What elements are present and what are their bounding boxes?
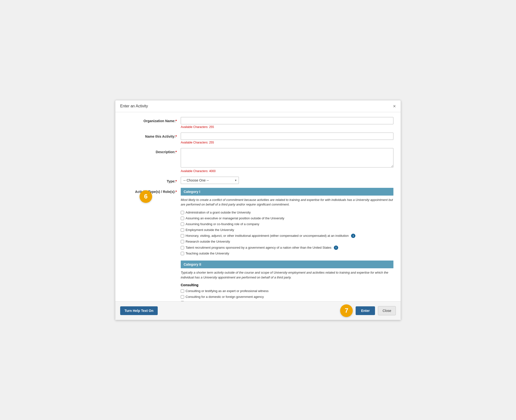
activity-section: 6 Category I Most likely to create a con… [181,188,393,301]
enter-activity-dialog: Enter an Activity × Organization Name:* … [115,100,401,320]
type-wrap: -- Choose One -- ▾ [181,177,393,184]
checkbox-c1-7[interactable] [181,246,184,249]
checkbox-c1-1[interactable] [181,211,184,214]
description-row: Description:* Available Characters: 4000 [123,148,393,175]
close-button[interactable]: Close [378,306,396,315]
activity-name-chars: Available Characters: 255 [181,141,393,144]
footer-right: 7 Enter Close [340,304,396,317]
checkbox-c1-5[interactable] [181,234,184,238]
checkbox-label: Administration of a grant outside the Un… [186,210,251,215]
description-input[interactable] [181,148,393,167]
list-item: Assuming founding or co-founding role of… [181,222,393,226]
info-icon-c1-7[interactable]: i [334,246,338,250]
type-label: Type:* [123,177,181,183]
checkbox-c2-1[interactable] [181,289,184,293]
type-select[interactable]: -- Choose One -- [181,177,239,184]
enter-button[interactable]: Enter [356,306,375,315]
activity-roles-label: Activity Type(s) / Role(s):* [123,188,181,194]
category-ii-header: Category II [181,261,393,268]
checkbox-c1-3[interactable] [181,222,184,226]
type-select-wrapper: -- Choose One -- ▾ [181,177,239,184]
checkbox-label: Employment outside the University [186,228,234,232]
category-i-items: Administration of a grant outside the Un… [181,210,393,256]
dialog-header: Enter an Activity × [115,100,401,112]
dialog-footer: Turn Help Text On 7 Enter Close [115,301,401,320]
step-7-badge: 7 [340,304,353,317]
org-name-label: Organization Name:* [123,117,181,123]
description-chars: Available Characters: 4000 [181,169,393,173]
checkbox-label: Teaching outside the University [186,251,229,256]
activity-name-row: Name this Activity:* Available Character… [123,133,393,147]
activity-roles-row: Activity Type(s) / Role(s):* 6 Category … [123,188,393,301]
checkbox-label: Honorary, visiting, adjunct, or other in… [186,234,349,238]
category-i-block: Category I Most likely to create a confl… [181,188,393,256]
checkbox-c2-2[interactable] [181,295,184,299]
activity-name-wrap: Available Characters: 255 [181,133,393,147]
list-item: Teaching outside the University [181,251,393,256]
checkbox-label: Consulting for a domestic or foreign gov… [186,295,264,299]
dialog-body: Organization Name:* Available Characters… [115,112,401,301]
checkbox-label: Consulting or testifying as an expert or… [186,289,269,293]
consulting-items: Consulting or testifying as an expert or… [181,289,393,301]
consulting-section-label: Consulting [181,283,393,287]
list-item: Talent recruitment programs sponsored by… [181,246,393,250]
category-i-desc: Most likely to create a conflict of comm… [181,198,393,207]
info-icon-c1-5[interactable]: i [351,234,355,238]
org-name-wrap: Available Characters: 255 [181,117,393,131]
list-item: Employment outside the University [181,228,393,232]
list-item: Consulting or testifying as an expert or… [181,289,393,293]
org-name-chars: Available Characters: 255 [181,125,393,129]
category-ii-block: Category II Typically a shorter term act… [181,261,393,301]
description-label: Description:* [123,148,181,154]
checkbox-label: Consulting for for-profit entity [186,301,226,301]
list-item: Administration of a grant outside the Un… [181,210,393,215]
category-i-header: Category I [181,188,393,196]
checkbox-c1-8[interactable] [181,252,184,255]
org-name-row: Organization Name:* Available Characters… [123,117,393,131]
checkbox-label: Research outside the University [186,239,230,244]
description-wrap: Available Characters: 4000 [181,148,393,175]
checkbox-c1-4[interactable] [181,228,184,232]
dialog-close-button[interactable]: × [393,104,396,109]
dialog-title: Enter an Activity [120,104,148,108]
org-name-input[interactable] [181,117,393,124]
checkbox-c1-6[interactable] [181,240,184,243]
list-item: Honorary, visiting, adjunct, or other in… [181,234,393,238]
activity-name-label: Name this Activity:* [123,133,181,138]
checkbox-label: Talent recruitment programs sponsored by… [186,246,331,250]
help-text-button[interactable]: Turn Help Text On [120,306,158,315]
type-row: Type:* -- Choose One -- ▾ [123,177,393,184]
list-item: Consulting for a domestic or foreign gov… [181,295,393,299]
list-item: Consulting for for-profit entity [181,301,393,301]
activity-name-input[interactable] [181,133,393,140]
step-6-badge: 6 [140,190,152,203]
checkbox-label: Assuming founding or co-founding role of… [186,222,259,226]
list-item: Assuming an executive or managerial posi… [181,216,393,221]
category-ii-desc: Typically a shorter term activity outsid… [181,270,393,280]
checkbox-c1-2[interactable] [181,217,184,220]
checkbox-label: Assuming an executive or managerial posi… [186,216,284,221]
list-item: Research outside the University [181,239,393,244]
